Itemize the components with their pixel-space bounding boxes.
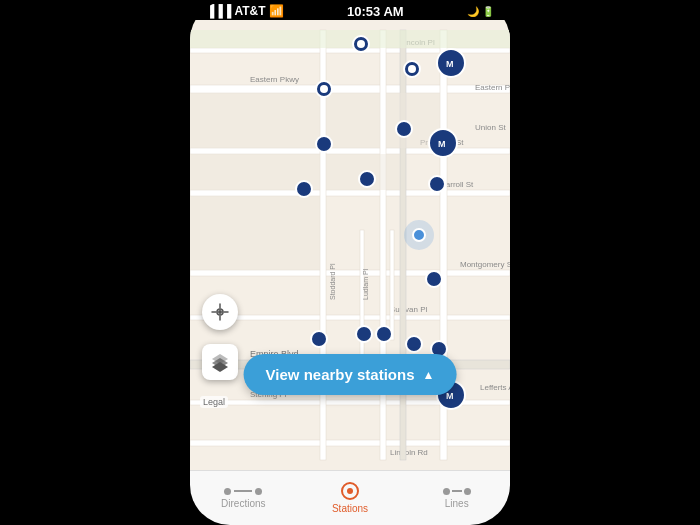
phone-frame: ▐▐▐ AT&T 📶 10:53 AM 🌙 🔋 Eastern Pkwy Pre…	[190, 0, 510, 525]
tab-bar: Directions Stations Lines	[190, 470, 510, 525]
transit-marker	[352, 35, 370, 53]
bus-marker	[358, 170, 376, 188]
location-button[interactable]	[202, 294, 238, 330]
stations-label: Stations	[332, 503, 368, 514]
svg-text:Lefferts Ave: Lefferts Ave	[480, 383, 510, 392]
svg-rect-3	[190, 148, 510, 154]
svg-rect-36	[190, 30, 510, 48]
status-left: ▐▐▐ AT&T 📶	[206, 4, 284, 18]
time-display: 10:53 AM	[347, 4, 404, 19]
svg-rect-35	[190, 196, 320, 270]
svg-point-38	[408, 65, 416, 73]
status-bar: ▐▐▐ AT&T 📶 10:53 AM 🌙 🔋	[190, 0, 510, 20]
tab-directions[interactable]: Directions	[190, 471, 297, 525]
user-location	[412, 228, 426, 242]
carrier-label: AT&T	[235, 4, 266, 18]
chevron-up-icon: ▲	[423, 368, 435, 382]
bus-marker	[315, 135, 333, 153]
svg-rect-27	[390, 230, 394, 340]
lines-label: Lines	[445, 498, 469, 509]
map-container[interactable]: Eastern Pkwy President St Carroll St Mon…	[190, 20, 510, 470]
legal-text: Legal	[200, 396, 228, 408]
moon-icon: 🌙	[467, 6, 479, 17]
transit-marker	[315, 80, 333, 98]
bus-marker	[425, 270, 443, 288]
svg-text:Sullivan Pl: Sullivan Pl	[390, 305, 428, 314]
bus-marker	[355, 325, 373, 343]
svg-rect-24	[380, 30, 386, 460]
nearby-stations-button[interactable]: View nearby stations ▲	[244, 354, 457, 395]
bus-marker	[428, 175, 446, 193]
svg-text:Union St: Union St	[475, 123, 506, 132]
svg-rect-9	[190, 315, 510, 320]
status-right: 🌙 🔋	[467, 6, 494, 17]
directions-label: Directions	[221, 498, 265, 509]
signal-icon: ▐▐▐	[206, 4, 232, 18]
svg-rect-31	[326, 93, 380, 148]
svg-text:M: M	[446, 391, 454, 401]
subway-station[interactable]: M	[428, 128, 458, 158]
svg-rect-30	[190, 93, 320, 148]
tab-stations[interactable]: Stations	[297, 471, 404, 525]
svg-rect-15	[190, 440, 510, 446]
directions-icon	[224, 488, 262, 495]
subway-station[interactable]: M	[436, 48, 466, 78]
bus-marker	[375, 325, 393, 343]
bus-marker	[295, 180, 313, 198]
tab-lines[interactable]: Lines	[403, 471, 510, 525]
stations-icon	[341, 482, 359, 500]
transit-marker	[403, 60, 421, 78]
svg-text:Montgomery St: Montgomery St	[460, 260, 510, 269]
svg-text:M: M	[438, 139, 446, 149]
svg-text:Eastern Pl: Eastern Pl	[475, 83, 510, 92]
battery-icon: 🔋	[482, 6, 494, 17]
svg-text:Lincoln Rd: Lincoln Rd	[390, 448, 428, 457]
lines-icon	[443, 488, 471, 495]
bus-marker	[310, 330, 328, 348]
svg-text:Eastern Pkwy: Eastern Pkwy	[250, 75, 299, 84]
svg-text:Stoddard Pl: Stoddard Pl	[329, 263, 336, 300]
svg-point-37	[357, 40, 365, 48]
svg-point-48	[218, 310, 222, 314]
svg-rect-7	[190, 270, 510, 276]
svg-rect-5	[190, 190, 510, 196]
svg-text:Ludlam Pl: Ludlam Pl	[362, 268, 369, 300]
nearby-stations-label: View nearby stations	[266, 366, 415, 383]
bus-marker	[395, 120, 413, 138]
svg-point-39	[320, 85, 328, 93]
wifi-icon: 📶	[269, 4, 284, 18]
svg-rect-1	[190, 85, 510, 93]
svg-text:M: M	[446, 59, 454, 69]
bus-marker	[405, 335, 423, 353]
layers-button[interactable]	[202, 344, 238, 380]
